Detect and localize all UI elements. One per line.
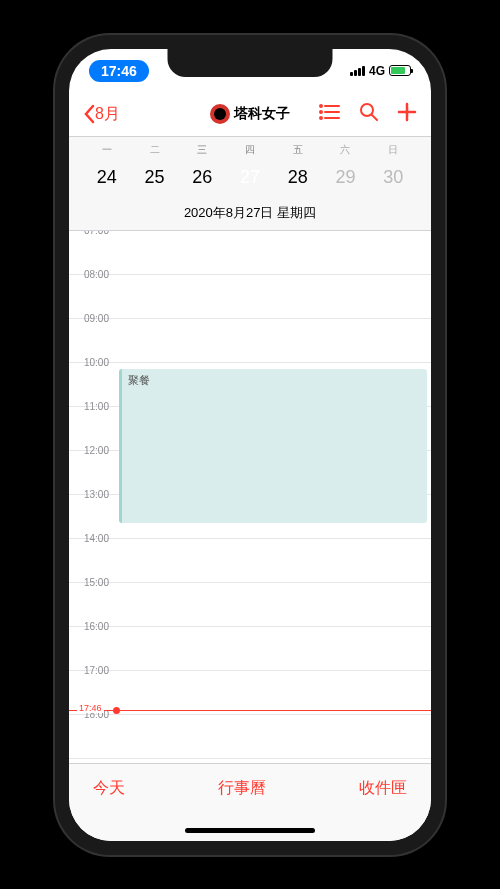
date-27-selected[interactable]: 27 xyxy=(226,163,274,192)
svg-point-3 xyxy=(320,105,322,107)
app-avatar-icon xyxy=(210,104,230,124)
hour-15: 15:00 xyxy=(69,577,115,620)
navigation-bar: 8月 塔科女子 xyxy=(69,93,431,137)
signal-icon xyxy=(350,66,365,76)
back-button[interactable]: 8月 xyxy=(83,104,120,125)
chevron-left-icon xyxy=(83,104,95,124)
event-title: 聚餐 xyxy=(128,374,150,386)
weekday-wed: 三 xyxy=(178,143,226,157)
phone-device-frame: 17:46 4G 8月 塔科女子 xyxy=(55,35,445,855)
svg-line-7 xyxy=(372,115,377,120)
day-timeline[interactable]: 07:00 08:00 09:00 10:00 11:00 12:00 13:0… xyxy=(69,231,431,761)
selected-date-label: 2020年8月27日 星期四 xyxy=(69,200,431,231)
hour-12: 12:00 xyxy=(69,445,115,488)
hour-07: 07:00 xyxy=(69,231,115,268)
search-icon xyxy=(359,102,379,122)
weekday-thu: 四 xyxy=(226,143,274,157)
hour-17: 17:00 xyxy=(69,665,115,708)
current-time-indicator: 17:46 xyxy=(69,710,431,711)
date-26[interactable]: 26 xyxy=(178,163,226,192)
today-button[interactable]: 今天 xyxy=(93,778,125,799)
svg-point-5 xyxy=(320,117,322,119)
status-time-pill: 17:46 xyxy=(89,60,149,82)
nav-title-text: 塔科女子 xyxy=(234,105,290,123)
carrier-label: 4G xyxy=(369,64,385,78)
list-icon xyxy=(319,103,341,121)
current-time-label: 17:46 xyxy=(77,703,104,713)
home-indicator[interactable] xyxy=(185,828,315,833)
date-29[interactable]: 29 xyxy=(322,163,370,192)
add-event-button[interactable] xyxy=(397,102,417,126)
weekday-mon: 一 xyxy=(83,143,131,157)
hour-16: 16:00 xyxy=(69,621,115,664)
calendars-button[interactable]: 行事曆 xyxy=(218,778,266,799)
weekday-row: 一 二 三 四 五 六 日 xyxy=(69,137,431,159)
date-row: 24 25 26 27 28 29 30 xyxy=(69,159,431,200)
date-30[interactable]: 30 xyxy=(369,163,417,192)
hour-10: 10:00 xyxy=(69,357,115,400)
device-notch xyxy=(168,49,333,77)
hour-14: 14:00 xyxy=(69,533,115,576)
date-24[interactable]: 24 xyxy=(83,163,131,192)
weekday-sun: 日 xyxy=(369,143,417,157)
back-label: 8月 xyxy=(95,104,120,125)
event-block[interactable]: 聚餐 xyxy=(119,369,427,523)
weekday-fri: 五 xyxy=(274,143,322,157)
svg-point-4 xyxy=(320,111,322,113)
date-28[interactable]: 28 xyxy=(274,163,322,192)
search-button[interactable] xyxy=(359,102,379,126)
hour-18: 18:00 xyxy=(69,709,115,752)
bottom-toolbar: 今天 行事曆 收件匣 xyxy=(69,763,431,841)
nav-title: 塔科女子 xyxy=(210,104,290,124)
plus-icon xyxy=(397,102,417,122)
hour-11: 11:00 xyxy=(69,401,115,444)
svg-point-6 xyxy=(361,104,373,116)
hour-13: 13:00 xyxy=(69,489,115,532)
hour-09: 09:00 xyxy=(69,313,115,356)
battery-icon xyxy=(389,65,411,76)
weekday-sat: 六 xyxy=(322,143,370,157)
date-25[interactable]: 25 xyxy=(131,163,179,192)
hour-08: 08:00 xyxy=(69,269,115,312)
inbox-button[interactable]: 收件匣 xyxy=(359,778,407,799)
weekday-tue: 二 xyxy=(131,143,179,157)
list-view-button[interactable] xyxy=(319,103,341,125)
